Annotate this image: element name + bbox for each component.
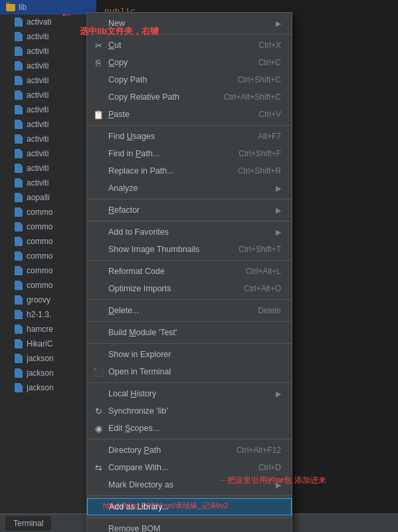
list-item[interactable]: activiti xyxy=(0,73,96,88)
context-menu: New ▶ ✂ Cut Ctrl+X ⎘ Copy Ctrl+C Copy Pa… xyxy=(86,12,292,532)
menu-separator xyxy=(87,221,292,221)
list-item[interactable]: activiti xyxy=(0,59,96,73)
compare-icon: ⇆ xyxy=(92,463,104,473)
file-icon xyxy=(13,236,24,247)
list-item[interactable]: activiti xyxy=(0,102,96,117)
menu-item-delete[interactable]: Delete... Delete xyxy=(87,302,292,319)
file-icon xyxy=(13,324,24,334)
menu-separator xyxy=(87,299,292,300)
file-icon xyxy=(13,280,24,291)
list-item[interactable]: h2-1.3. xyxy=(0,307,96,322)
file-icon xyxy=(13,104,24,115)
list-item[interactable]: hamcre xyxy=(0,322,96,336)
menu-item-replace-in-path[interactable]: Replace in Path... Ctrl+Shift+R xyxy=(87,162,292,180)
menu-item-reformat-code[interactable]: Reformat Code Ctrl+Alt+L xyxy=(87,263,292,280)
list-item[interactable]: commo xyxy=(0,249,96,263)
file-icon xyxy=(13,148,24,159)
list-item[interactable]: activiti xyxy=(0,146,96,161)
file-icon xyxy=(13,265,24,276)
file-icon xyxy=(13,221,24,232)
list-item[interactable]: commo xyxy=(0,205,96,219)
menu-item-show-image-thumbnails[interactable]: Show Image Thumbnails Ctrl+Shift+T xyxy=(87,241,292,258)
file-icon xyxy=(13,119,24,130)
menu-item-optimize-imports[interactable]: Optimize Imports Ctrl+Alt+O xyxy=(87,280,292,297)
list-item[interactable]: groovy xyxy=(0,293,96,307)
file-icon xyxy=(13,61,24,71)
sidebar-item-label: lib xyxy=(19,3,27,12)
menu-item-build-module[interactable]: Build Module 'Test' xyxy=(87,324,292,341)
list-item[interactable]: jackson xyxy=(0,366,96,380)
file-icon xyxy=(13,309,24,320)
list-item[interactable]: jackson xyxy=(0,380,96,395)
menu-item-add-as-library[interactable]: Add as Library... xyxy=(87,498,292,515)
list-item[interactable]: activati xyxy=(0,15,96,29)
list-item[interactable]: aopalli xyxy=(0,190,96,205)
file-icon xyxy=(13,178,24,188)
menu-separator xyxy=(87,199,292,200)
menu-item-open-in-terminal[interactable]: ⬛ Open in Terminal xyxy=(87,363,292,380)
list-item[interactable]: commo xyxy=(0,263,96,278)
list-item[interactable]: activiti xyxy=(0,117,96,132)
list-item[interactable]: commo xyxy=(0,278,96,293)
file-icon xyxy=(13,163,24,174)
menu-item-add-to-favorites[interactable]: Add to Favorites ▶ xyxy=(87,223,292,241)
terminal-tab[interactable]: Terminal xyxy=(5,516,51,531)
menu-item-local-history[interactable]: Local History ▶ xyxy=(87,385,292,402)
file-icon xyxy=(13,134,24,144)
file-icon xyxy=(13,368,24,378)
list-item[interactable]: commo xyxy=(0,234,96,249)
list-item[interactable]: commo xyxy=(0,219,96,234)
menu-item-find-usages[interactable]: Find Usages Alt+F7 xyxy=(87,128,292,145)
menu-item-show-in-explorer[interactable]: Show in Explorer xyxy=(87,346,292,363)
file-tree: lib activati activiti activiti activiti … xyxy=(0,0,96,532)
file-icon xyxy=(13,75,24,86)
menu-separator xyxy=(87,495,292,496)
sidebar-item-lib[interactable]: lib xyxy=(0,0,96,15)
menu-separator xyxy=(87,517,292,518)
sync-icon: ↻ xyxy=(92,406,104,416)
menu-item-directory-path[interactable]: Directory Path Ctrl+Alt+F12 xyxy=(87,442,292,459)
menu-item-copy-relative-path[interactable]: Copy Relative Path Ctrl+Alt+Shift+C xyxy=(87,88,292,106)
file-icon xyxy=(13,353,24,364)
menu-separator xyxy=(87,382,292,383)
menu-item-refactor[interactable]: Refactor ▶ xyxy=(87,201,292,219)
menu-item-remove-bom[interactable]: Remove BOM xyxy=(87,520,292,532)
scope-icon: ◉ xyxy=(92,424,104,434)
menu-item-find-in-path[interactable]: Find in Path... Ctrl+Shift+F xyxy=(87,145,292,162)
list-item[interactable]: activiti xyxy=(0,29,96,44)
file-icon xyxy=(13,31,24,42)
file-icon xyxy=(13,46,24,57)
file-icon xyxy=(13,251,24,261)
file-icon xyxy=(13,17,24,27)
menu-item-compare-with[interactable]: ⇆ Compare With... Ctrl+D xyxy=(87,459,292,476)
menu-item-synchronize[interactable]: ↻ Synchronize 'lib' xyxy=(87,402,292,420)
menu-separator xyxy=(87,439,292,440)
menu-item-analyze[interactable]: Analyze ▶ xyxy=(87,180,292,197)
menu-item-new[interactable]: New ▶ xyxy=(87,15,292,32)
list-item[interactable]: activiti xyxy=(0,161,96,176)
terminal-icon: ⬛ xyxy=(92,367,104,377)
list-item[interactable]: activiti xyxy=(0,88,96,102)
terminal-tab-label: Terminal xyxy=(13,519,43,528)
file-icon xyxy=(13,192,24,203)
menu-item-paste[interactable]: 📋 Paste Ctrl+V xyxy=(87,106,292,123)
menu-item-copy-path[interactable]: Copy Path Ctrl+Shift+C xyxy=(87,71,292,88)
list-item[interactable]: jackson xyxy=(0,351,96,366)
file-icon xyxy=(13,207,24,217)
file-icon xyxy=(13,90,24,100)
file-icon xyxy=(13,295,24,305)
menu-item-edit-scopes[interactable]: ◉ Edit Scopes... xyxy=(87,420,292,437)
file-icon xyxy=(13,382,24,393)
menu-separator xyxy=(87,34,292,35)
paste-icon: 📋 xyxy=(92,110,104,120)
list-item[interactable]: activiti xyxy=(0,176,96,190)
list-item[interactable]: activiti xyxy=(0,132,96,146)
cut-icon: ✂ xyxy=(92,41,104,51)
menu-item-copy[interactable]: ⎘ Copy Ctrl+C xyxy=(87,54,292,71)
menu-item-cut[interactable]: ✂ Cut Ctrl+X xyxy=(87,37,292,54)
list-item[interactable]: HikariC xyxy=(0,336,96,351)
menu-separator xyxy=(87,321,292,322)
menu-item-mark-directory-as[interactable]: Mark Directory as ▶ xyxy=(87,476,292,493)
menu-separator xyxy=(87,343,292,344)
list-item[interactable]: activiti xyxy=(0,44,96,59)
